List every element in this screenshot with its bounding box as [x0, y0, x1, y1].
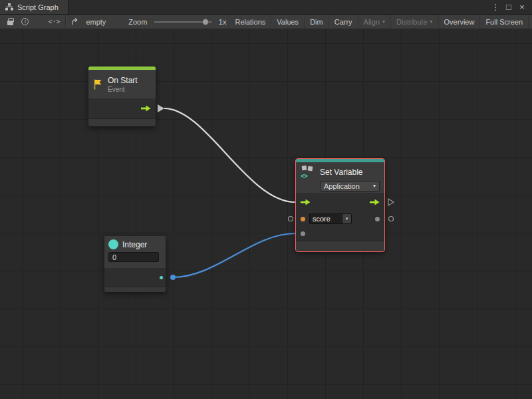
- integer-value-field[interactable]: 0: [108, 252, 159, 262]
- carry-button[interactable]: Carry: [329, 15, 358, 29]
- distribute-dropdown-button[interactable]: Distribute ▾: [390, 15, 438, 29]
- lock-icon[interactable]: [3, 15, 18, 29]
- info-glyph: i: [21, 18, 29, 25]
- setvariable-header: <> Set Variable Application ▾: [296, 162, 384, 193]
- zoom-value: 1x: [216, 18, 229, 26]
- graph-connections: [0, 29, 532, 399]
- full-screen-button[interactable]: Full Screen: [479, 15, 529, 29]
- setvariable-flow-output-connector-triangle[interactable]: [388, 199, 394, 205]
- value-input-port[interactable]: [301, 231, 305, 236]
- script-graph-window: Script Graph ⋮ □ × i <·> empty Zoom 1x R…: [0, 0, 532, 399]
- value-output-port[interactable]: [375, 217, 380, 221]
- integer-header: Integer 0: [104, 236, 166, 268]
- graph-icon: [5, 3, 13, 11]
- code-view-icon[interactable]: <·>: [47, 15, 62, 29]
- flow-port-row: [296, 193, 384, 211]
- node-title: Set Variable: [320, 168, 362, 177]
- flow-output-port[interactable]: [370, 199, 380, 205]
- node-subtitle: Event: [108, 86, 138, 93]
- wire-integer-to-setvariable[interactable]: [173, 233, 295, 277]
- selection-cursor-icon[interactable]: [69, 15, 84, 29]
- onstart-port-row: [88, 98, 156, 118]
- zoom-slider-handle[interactable]: [202, 19, 209, 25]
- value-input-port-row: [296, 226, 384, 241]
- toolbar-separator: [65, 17, 66, 26]
- integer-output-port[interactable]: [160, 276, 163, 279]
- setvariable-value-output-connector-ring[interactable]: [389, 217, 394, 221]
- integer-value: 0: [112, 253, 116, 261]
- distribute-label: Distribute: [396, 18, 427, 26]
- variable-box-glyph: [308, 166, 313, 172]
- titlebar-spacer: [68, 0, 489, 14]
- variable-name-value: score: [310, 214, 342, 223]
- zoom-label: Zoom: [126, 18, 150, 26]
- variable-scope-dropdown[interactable]: Application ▾: [320, 181, 380, 192]
- close-icon[interactable]: ×: [515, 1, 529, 14]
- cursor-glyph: [72, 18, 80, 26]
- tab-script-graph[interactable]: Script Graph: [0, 0, 68, 14]
- setvariable-footer: [296, 241, 384, 251]
- graph-toolbar: i <·> empty Zoom 1x Relations Values Dim…: [0, 15, 532, 29]
- window-controls: ⋮ □ ×: [489, 0, 532, 14]
- variable-box-glyph: [302, 166, 307, 171]
- chevron-down-icon: ▾: [373, 184, 376, 189]
- node-set-variable[interactable]: <> Set Variable Application ▾: [296, 159, 384, 251]
- toolbar-buttons: Relations Values Dim Carry Align ▾ Distr…: [229, 15, 529, 29]
- flow-output-port[interactable]: [141, 105, 151, 112]
- integer-port-row: [104, 268, 166, 287]
- values-button[interactable]: Values: [271, 15, 304, 29]
- flow-input-port[interactable]: [301, 199, 311, 205]
- node-integer[interactable]: Integer 0: [104, 236, 166, 292]
- name-port-row: score ▾: [296, 211, 384, 226]
- window-menu-icon[interactable]: ⋮: [489, 1, 502, 14]
- align-dropdown-button[interactable]: Align ▾: [358, 15, 390, 29]
- node-on-start[interactable]: On Start Event: [88, 66, 156, 126]
- zoom-slider[interactable]: [154, 21, 211, 23]
- node-title: On Start: [108, 76, 138, 85]
- title-bar: Script Graph ⋮ □ ×: [0, 0, 532, 15]
- integer-footer: [104, 287, 166, 292]
- node-title: Integer: [122, 240, 147, 249]
- variable-name-dropdown[interactable]: score ▾: [309, 213, 352, 224]
- selection-status: empty: [83, 18, 108, 26]
- tab-title: Script Graph: [17, 3, 59, 11]
- dim-button[interactable]: Dim: [304, 15, 329, 29]
- graph-canvas[interactable]: On Start Event <>: [0, 29, 532, 399]
- maximize-icon[interactable]: □: [502, 1, 515, 14]
- relations-button[interactable]: Relations: [229, 15, 271, 29]
- setvariable-name-input-connector-ring[interactable]: [289, 217, 293, 221]
- scope-label: Application: [324, 182, 360, 190]
- align-label: Align: [364, 18, 380, 26]
- wire-onstart-to-setvariable[interactable]: [164, 108, 295, 202]
- chevron-down-icon: ▾: [382, 19, 385, 25]
- info-icon[interactable]: i: [18, 15, 33, 29]
- variable-name-port[interactable]: [301, 217, 305, 221]
- overview-button[interactable]: Overview: [438, 15, 480, 29]
- onstart-footer: [88, 118, 156, 126]
- set-variable-icon: <>: [300, 166, 316, 178]
- flag-icon: [92, 78, 104, 90]
- lock-glyph: [7, 21, 13, 25]
- setvariable-ports: score ▾: [296, 193, 384, 241]
- onstart-flow-output-connector-triangle[interactable]: [158, 104, 164, 112]
- integer-type-icon: [108, 239, 118, 249]
- code-badge-icon: <>: [301, 172, 307, 180]
- onstart-titles: On Start Event: [108, 76, 138, 93]
- name-port-group: score ▾: [301, 213, 352, 224]
- chevron-down-icon[interactable]: ▾: [342, 214, 351, 223]
- chevron-down-icon: ▾: [430, 19, 433, 25]
- onstart-header: On Start Event: [88, 70, 156, 98]
- integer-output-wire-endpoint[interactable]: [170, 275, 176, 280]
